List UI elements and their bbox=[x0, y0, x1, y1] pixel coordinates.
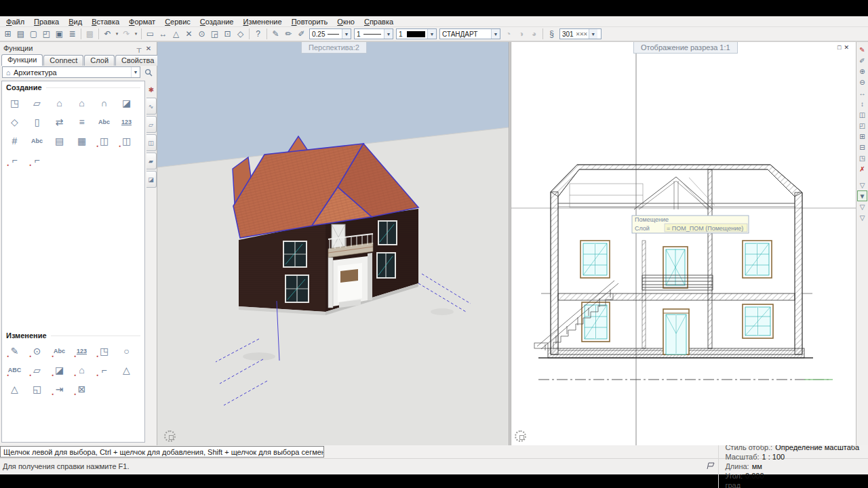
tool-ceiling[interactable]: ≡ bbox=[71, 113, 93, 131]
sequence-icon[interactable]: § bbox=[545, 28, 558, 40]
tool-text[interactable]: Abc bbox=[93, 113, 115, 131]
tool-window-swap[interactable]: ◫ bbox=[115, 131, 138, 150]
drawing-type-icon[interactable]: ✱ bbox=[146, 84, 157, 96]
tool-label[interactable]: Abc bbox=[26, 131, 48, 150]
right-tool-edit-pencil[interactable]: ✎ bbox=[857, 44, 867, 55]
flyout-tab-box-tab[interactable]: ◫ bbox=[146, 134, 157, 151]
tool-railing[interactable]: # bbox=[3, 131, 26, 150]
tool-volume[interactable]: ◇ bbox=[3, 113, 26, 131]
undo-button[interactable]: ↶ bbox=[101, 28, 114, 40]
toolbar-btn-open-file[interactable]: ◰ bbox=[40, 28, 53, 40]
menu-item[interactable]: Изменение bbox=[238, 18, 286, 26]
panel-tab-layer[interactable]: Слой bbox=[84, 55, 115, 66]
right-tool-edit-point[interactable]: ✐ bbox=[857, 55, 867, 66]
menu-item[interactable]: Окно bbox=[332, 18, 359, 26]
undo-caret[interactable]: ▾ bbox=[114, 31, 120, 37]
toolbar-btn-layer-a[interactable]: ◔ bbox=[502, 28, 515, 40]
tool-joint-right[interactable]: ⌐ bbox=[26, 150, 48, 169]
toolbar-btn-layer-b[interactable]: ◑ bbox=[515, 28, 528, 40]
menu-item[interactable]: Создание bbox=[195, 18, 239, 26]
tool-slab[interactable]: ▱ bbox=[26, 94, 48, 113]
right-tool-filter-1[interactable]: ▽ bbox=[857, 180, 867, 190]
right-tool-filter-3[interactable]: ▽ bbox=[857, 201, 867, 212]
panel-tab-connect[interactable]: Connect bbox=[43, 55, 83, 66]
viewport-section[interactable]: Помещение Слой = ПОМ_ПОМ (Помещение) Ото… bbox=[511, 42, 856, 445]
chevron-down-icon[interactable]: ▼ bbox=[427, 29, 436, 39]
tool-zoom-select[interactable]: ○ bbox=[115, 342, 138, 361]
menu-item[interactable]: Правка bbox=[29, 18, 64, 26]
redo-button[interactable]: ↷ bbox=[120, 28, 133, 40]
right-tool-snap[interactable]: ⊕ bbox=[857, 66, 867, 77]
tool-edit-text[interactable]: Abc bbox=[48, 342, 71, 361]
status-field-scale[interactable]: Масштаб:1 : 100 bbox=[718, 452, 865, 462]
chevron-down-icon[interactable]: ▼ bbox=[131, 67, 140, 77]
tool-abc-line[interactable]: ABC bbox=[3, 361, 26, 380]
tool-edit-roof[interactable]: ◪ bbox=[48, 361, 71, 380]
right-tool-subtract[interactable]: ⊟ bbox=[857, 142, 867, 152]
tool-merge-box[interactable]: ◱ bbox=[26, 380, 48, 399]
right-tool-stretch-v[interactable]: ↕ bbox=[857, 98, 867, 109]
tool-opening[interactable]: ▯ bbox=[26, 113, 48, 131]
right-tool-filter-4[interactable]: ▽ bbox=[857, 212, 867, 223]
status-field-length-unit[interactable]: Длина:мм bbox=[718, 462, 865, 471]
flyout-tab-roof-tab[interactable]: ◪ bbox=[146, 171, 157, 188]
toolbar-btn-print-preview[interactable]: ≣ bbox=[66, 28, 79, 40]
close-icon[interactable]: ✕ bbox=[844, 44, 849, 51]
right-tool-filter-2[interactable]: ▼ bbox=[857, 190, 867, 201]
pin-icon[interactable]: ┬ bbox=[134, 45, 144, 52]
tool-corner[interactable]: ⌐ bbox=[93, 361, 115, 380]
tool-door[interactable]: ◫ bbox=[93, 131, 115, 150]
toolbar-btn-eye[interactable]: ⊙ bbox=[195, 28, 208, 40]
nav-compass-widget[interactable] bbox=[515, 430, 526, 442]
category-combo[interactable]: ⌂ Архитектура ▼ bbox=[2, 66, 140, 78]
toolbar-btn-tools[interactable]: ✕ bbox=[182, 28, 195, 40]
right-tool-mirror[interactable]: ◰ bbox=[857, 120, 867, 131]
menu-item[interactable]: Справка bbox=[359, 18, 398, 26]
right-tool-detach[interactable]: ⊖ bbox=[857, 77, 867, 87]
viewport-title-tab[interactable]: Отображение разреза 1:1 bbox=[633, 42, 738, 54]
menu-item[interactable]: Файл bbox=[1, 18, 29, 26]
toolbar-btn-context-help[interactable]: ? bbox=[252, 28, 264, 40]
toolbar-btn-ruler[interactable]: ▭ bbox=[144, 28, 157, 40]
toolbar-btn-project-settings[interactable]: ▤ bbox=[14, 28, 27, 40]
tool-move-wall[interactable]: ◳ bbox=[93, 342, 115, 361]
tool-edit-house[interactable]: ⌂ bbox=[71, 361, 93, 380]
toolbar-btn-save[interactable]: ▣ bbox=[53, 28, 66, 40]
menu-item[interactable]: Вид bbox=[64, 18, 87, 26]
right-tool-copy[interactable]: ◫ bbox=[857, 109, 867, 120]
chevron-down-icon[interactable]: ▼ bbox=[589, 29, 597, 39]
tool-report[interactable]: ▤ bbox=[48, 131, 71, 150]
panel-tab-functions[interactable]: Функции bbox=[1, 54, 43, 66]
toolbar-btn-pen-color[interactable]: ✎ bbox=[269, 28, 282, 40]
flyout-tab-plane-tab[interactable]: ▰ bbox=[146, 152, 157, 169]
toolbar-btn-paste[interactable]: ▩ bbox=[83, 28, 96, 40]
tool-roof-frame[interactable]: ⌂ bbox=[48, 94, 71, 113]
menu-item[interactable]: Сервис bbox=[160, 18, 195, 26]
redo-caret[interactable]: ▾ bbox=[133, 31, 139, 37]
tool-move-box[interactable]: ⇥ bbox=[48, 380, 71, 399]
right-tool-stretch-h[interactable]: ↔ bbox=[857, 87, 867, 98]
chevron-down-icon[interactable]: ▼ bbox=[384, 29, 393, 39]
perspective-canvas[interactable] bbox=[157, 42, 509, 445]
menu-item[interactable]: Вставка bbox=[87, 18, 124, 26]
right-tool-add[interactable]: ⊞ bbox=[857, 131, 867, 142]
panel-tab-properties[interactable]: Свойства bbox=[115, 55, 160, 66]
chevron-down-icon[interactable]: ▼ bbox=[491, 29, 500, 39]
close-icon[interactable]: ✕ bbox=[144, 45, 153, 52]
flyout-tab-slab-tab[interactable]: ▱ bbox=[146, 116, 157, 133]
tool-delete-number[interactable]: 123 bbox=[71, 342, 93, 361]
chevron-down-icon[interactable]: ▼ bbox=[342, 29, 351, 39]
tool-show-layer[interactable]: ⊙ bbox=[26, 342, 48, 361]
toolbar-btn-pen-pick[interactable]: ✐ bbox=[295, 28, 308, 40]
tool-wall[interactable]: ◳ bbox=[3, 94, 26, 113]
tool-gable[interactable]: △ bbox=[115, 361, 138, 380]
toolbar-btn-open-project[interactable]: ⊞ bbox=[1, 28, 14, 40]
toolbar-btn-box-3d[interactable]: ◇ bbox=[234, 28, 247, 40]
tool-flip-slab[interactable]: ▱ bbox=[26, 361, 48, 380]
search-button[interactable] bbox=[142, 66, 155, 78]
pen-thickness-combo[interactable]: 0.25▼ bbox=[309, 28, 351, 39]
toolbar-btn-layer-c[interactable]: ◕ bbox=[528, 28, 540, 40]
tool-roof-covering[interactable]: ◪ bbox=[115, 94, 138, 113]
toolbar-btn-folder-view[interactable]: ◲ bbox=[208, 28, 221, 40]
status-field-angle[interactable]: Угол:0.000 bbox=[718, 471, 865, 481]
